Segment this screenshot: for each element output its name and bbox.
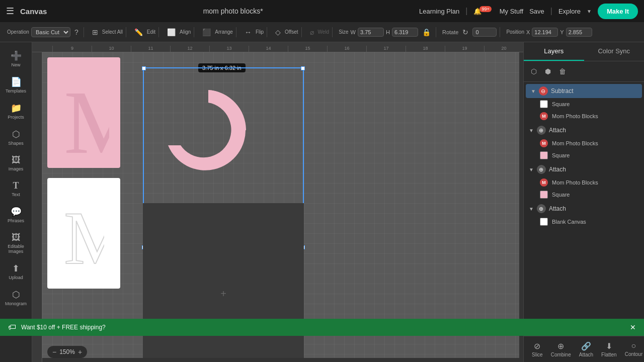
layer-item-blank-canvas[interactable]: Blank Canvas <box>524 216 644 228</box>
layer-group-subtract-header[interactable]: ▼ ⊖ Subtract <box>526 84 642 98</box>
combine-icon: ⊕ <box>557 341 564 351</box>
sidebar-item-phrases[interactable]: 💬 Phrases <box>2 202 30 227</box>
operation-select[interactable]: Basic Cut <box>31 27 70 37</box>
layers-list: ▼ ⊖ Subtract Square M Mom Photo Blocks ▼… <box>524 82 644 336</box>
projects-icon: 📁 <box>11 103 22 114</box>
zoom-out-btn[interactable]: − <box>52 348 56 356</box>
layer-item-mom-2[interactable]: M Mom Photo Blocks <box>524 137 644 149</box>
layer-delete-icon[interactable]: 🗑 <box>557 65 568 77</box>
layer-group-attach-3: ▼ ⊕ Attach Blank Canvas <box>524 202 644 228</box>
layer-item-mom-3[interactable]: M Mom Photo Blocks <box>524 176 644 189</box>
toolbar: Operation Basic Cut ? ⊞ Select All ✏️ Ed… <box>0 22 644 42</box>
contour-btn[interactable]: ○ Contour <box>622 339 644 359</box>
tab-color-sync[interactable]: Color Sync <box>584 42 645 61</box>
canvas-content[interactable]: M M 3.75 in x 6.32 in <box>42 52 523 362</box>
chevron-right-icon: ▼ <box>529 128 534 133</box>
letter-m-svg: M <box>59 62 109 163</box>
make-it-btn[interactable]: Make It <box>598 4 638 19</box>
weld-btn[interactable]: ⌀ <box>308 27 316 37</box>
canvas-main: M M 3.75 in x 6.32 in <box>32 52 523 362</box>
subtract-icon: ⊖ <box>539 86 548 96</box>
sidebar-item-label-images: Images <box>9 166 24 171</box>
attach-icon: 🔗 <box>581 341 591 351</box>
x-input[interactable] <box>532 28 558 37</box>
explore-btn[interactable]: Explore <box>558 8 581 15</box>
sidebar-item-monogram[interactable]: ⬡ Monogram <box>2 285 30 310</box>
weld-label: Weld <box>318 29 330 35</box>
my-stuff-btn[interactable]: My Stuff <box>500 8 523 15</box>
combine-btn[interactable]: ⊕ Combine <box>548 339 574 359</box>
position-group: Position X Y <box>503 28 595 37</box>
swatch-pink-2 <box>540 191 548 199</box>
select-all-group: ⊞ Select All <box>87 27 126 37</box>
tab-layers[interactable]: Layers <box>524 42 584 61</box>
layer-ungroup-icon[interactable]: ⬢ <box>543 65 553 77</box>
horizontal-scrollbar[interactable] <box>42 358 523 362</box>
ruler-mark: 9 <box>52 46 92 52</box>
layer-group-subtract: ▼ ⊖ Subtract Square M Mom Photo Blocks <box>524 84 644 122</box>
flatten-btn[interactable]: ⬇ Flatten <box>598 339 620 359</box>
images-icon: 🖼 <box>12 155 21 165</box>
save-btn[interactable]: Save <box>529 8 544 15</box>
sidebar-item-projects[interactable]: 📁 Projects <box>2 99 30 124</box>
attach-btn[interactable]: 🔗 Attach <box>576 339 596 359</box>
text-icon: T <box>13 180 19 191</box>
svg-text:M: M <box>64 196 104 274</box>
slice-btn[interactable]: ⊘ Slice <box>529 339 546 359</box>
flip-btn[interactable]: ↔ <box>243 27 254 37</box>
letter-m-outline-svg: M <box>64 193 104 274</box>
operation-help-icon[interactable]: ? <box>72 27 80 37</box>
rotate-icon[interactable]: ↻ <box>460 27 470 37</box>
main-area: ➕ New 📄 Templates 📁 Projects ⬡ Shapes 🖼 … <box>0 42 644 362</box>
learning-plan-btn[interactable]: Learning Plan <box>419 8 459 15</box>
layer-group-attach-1-header[interactable]: ▼ ⊕ Attach <box>524 123 644 137</box>
sidebar-item-label-editable-images: Editable Images <box>4 244 28 254</box>
layer-item-label-blank: Blank Canvas <box>552 219 586 225</box>
vertical-scrollbar[interactable] <box>519 52 523 358</box>
ruler-mark: 14 <box>249 46 288 52</box>
attach-3-label: Attach <box>549 205 566 212</box>
edit-group: ✏️ Edit <box>129 27 159 37</box>
height-input[interactable] <box>392 28 418 37</box>
align-btn[interactable]: ⬜ <box>165 27 178 37</box>
dark-canvas-block: + <box>143 203 304 362</box>
notification-close-btn[interactable]: ✕ <box>630 323 636 331</box>
zoom-in-btn[interactable]: + <box>78 348 82 356</box>
layer-item-square-2[interactable]: Square <box>524 149 644 161</box>
arrange-label: Arrange <box>215 29 233 35</box>
lock-ratio-icon[interactable]: 🔒 <box>420 27 433 37</box>
layer-item-square-1[interactable]: Square <box>524 98 644 110</box>
sidebar-item-templates[interactable]: 📄 Templates <box>2 72 30 98</box>
edit-btn[interactable]: ✏️ <box>132 27 145 37</box>
sidebar-item-shapes[interactable]: ⬡ Shapes <box>2 125 30 150</box>
rotate-input[interactable] <box>472 28 497 37</box>
operation-label: Operation <box>7 29 29 35</box>
sidebar-item-upload[interactable]: ⬆ Upload <box>2 259 30 284</box>
right-panel: Layers Color Sync ⬡ ⬢ 🗑 ▼ ⊖ Subtract Squ… <box>523 42 644 362</box>
app-logo: Canvas <box>20 7 47 16</box>
sidebar-item-new[interactable]: ➕ New <box>2 46 30 71</box>
logo-icon-3: M <box>540 178 548 187</box>
layer-group-attach-2-header[interactable]: ▼ ⊕ Attach <box>524 162 644 176</box>
sidebar-item-images[interactable]: 🖼 Images <box>2 151 30 175</box>
y-input[interactable] <box>566 28 592 37</box>
size-label: Size <box>339 29 348 35</box>
arrange-btn[interactable]: ⬛ <box>200 27 213 37</box>
layer-item-mom-1[interactable]: M Mom Photo Blocks <box>524 110 644 122</box>
layer-group-attach-3-header[interactable]: ▼ ⊕ Attach <box>524 202 644 216</box>
rotate-label: Rotate <box>442 29 458 35</box>
layer-item-square-3[interactable]: Square <box>524 189 644 201</box>
sidebar-item-text[interactable]: T Text <box>2 176 30 201</box>
flip-group: ↔ Flip <box>239 27 267 37</box>
layer-item-label-square-3: Square <box>552 192 570 198</box>
menu-icon[interactable]: ☰ <box>6 6 14 17</box>
width-input[interactable] <box>358 28 384 37</box>
offset-btn[interactable]: ◇ <box>273 27 283 37</box>
left-sidebar: ➕ New 📄 Templates 📁 Projects ⬡ Shapes 🖼 … <box>0 42 32 362</box>
layer-group-icon[interactable]: ⬡ <box>529 65 539 77</box>
flip-label: Flip <box>256 29 264 35</box>
notification-bell-icon[interactable]: 🔔99+ <box>473 8 493 15</box>
logo-icon-1: M <box>540 112 548 120</box>
sidebar-item-editable-images[interactable]: 🖼 Editable Images <box>2 228 30 258</box>
select-all-btn[interactable]: ⊞ <box>90 27 100 37</box>
